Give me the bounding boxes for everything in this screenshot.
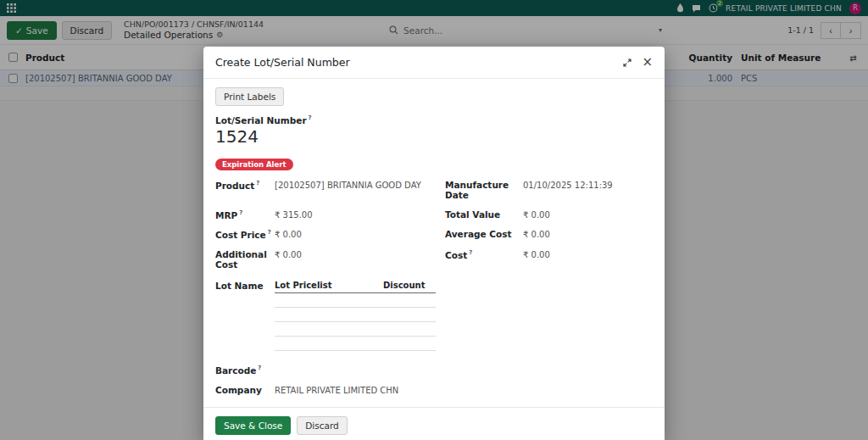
modal-header-icons: × — [623, 56, 653, 69]
pricelist-empty-row — [275, 322, 436, 337]
field-total-value-value: ₹ 0.00 — [523, 209, 550, 220]
pricelist-table-header: Lot Pricelist Discount — [275, 281, 436, 293]
create-lot-modal: Create Lot/Serial Number × Print Labels … — [203, 47, 665, 440]
lot-name-label: Lot Name — [215, 281, 275, 351]
field-barcode-label: Barcode? — [215, 365, 275, 376]
field-manufacture-date: Manufacture Date 01/10/2025 12:11:39 — [445, 180, 653, 200]
field-total-value-label: Total Value — [445, 209, 523, 220]
save-close-label: Save & Close — [224, 421, 282, 431]
modal-body: Print Labels Lot/Serial Number? 1524 Exp… — [203, 79, 665, 407]
pricelist-empty-row — [275, 308, 436, 322]
field-cost-price: Cost Price? ₹ 0.00 — [215, 229, 423, 240]
modal-discard-label: Discard — [305, 421, 338, 431]
field-barcode: Barcode? — [215, 365, 653, 376]
field-additional-cost-value[interactable]: ₹ 0.00 — [275, 249, 302, 259]
save-close-button[interactable]: Save & Close — [215, 416, 291, 435]
field-cost-label: Cost? — [445, 249, 523, 260]
expiration-alert-badge: Expiration Alert — [215, 159, 293, 170]
field-average-cost-value: ₹ 0.00 — [523, 229, 550, 239]
field-manufacture-date-value[interactable]: 01/10/2025 12:11:39 — [523, 180, 613, 190]
field-cost-price-value[interactable]: ₹ 0.00 — [275, 229, 302, 239]
field-additional-cost: Additional Cost ₹ 0.00 — [215, 249, 423, 270]
field-additional-cost-label: Additional Cost — [215, 249, 275, 270]
help-icon[interactable]: ? — [309, 114, 312, 121]
field-mrp-value[interactable]: ₹ 315.00 — [275, 209, 313, 220]
field-company: Company RETAIL PRIVATE LIMITED CHN — [215, 385, 653, 395]
discount-column-header: Discount — [383, 281, 436, 290]
help-icon[interactable]: ? — [239, 209, 242, 216]
modal-header: Create Lot/Serial Number × — [203, 47, 665, 79]
lot-pricelist-table: Lot Pricelist Discount — [275, 281, 436, 351]
field-total-value: Total Value ₹ 0.00 — [445, 209, 653, 220]
modal-discard-button[interactable]: Discard — [297, 416, 347, 435]
field-cost-value[interactable]: ₹ 0.00 — [523, 249, 550, 259]
field-mrp-label: MRP? — [215, 209, 275, 220]
print-labels-label: Print Labels — [224, 92, 275, 102]
pricelist-empty-row — [275, 337, 436, 351]
close-icon[interactable]: × — [642, 56, 653, 69]
field-manufacture-date-label: Manufacture Date — [445, 180, 523, 200]
pricelist-column-header: Lot Pricelist — [275, 281, 383, 290]
lot-name-row: Lot Name Lot Pricelist Discount — [215, 281, 653, 351]
help-icon[interactable]: ? — [469, 249, 472, 256]
help-icon[interactable]: ? — [258, 365, 261, 371]
field-company-label: Company — [215, 385, 275, 395]
field-product-value[interactable]: [20102507] BRITANNIA GOOD DAY — [275, 180, 421, 190]
lot-serial-block: Lot/Serial Number? 1524 — [215, 114, 653, 147]
field-product-label: Product? — [215, 180, 275, 191]
modal-title: Create Lot/Serial Number — [215, 56, 350, 69]
modal-fields: Product? [20102507] BRITANNIA GOOD DAY M… — [215, 170, 653, 270]
field-mrp: MRP? ₹ 315.00 — [215, 209, 423, 220]
help-icon[interactable]: ? — [256, 180, 259, 187]
field-company-value[interactable]: RETAIL PRIVATE LIMITED CHN — [275, 385, 398, 395]
field-product: Product? [20102507] BRITANNIA GOOD DAY — [215, 180, 423, 200]
print-labels-button[interactable]: Print Labels — [215, 87, 284, 106]
pricelist-empty-row — [275, 293, 436, 308]
field-cost: Cost? ₹ 0.00 — [445, 249, 653, 270]
lot-serial-label: Lot/Serial Number? — [215, 115, 312, 125]
expand-icon[interactable] — [623, 58, 632, 67]
field-cost-price-label: Cost Price? — [215, 229, 275, 240]
field-average-cost: Average Cost ₹ 0.00 — [445, 229, 653, 240]
help-icon[interactable]: ? — [268, 229, 271, 236]
lot-serial-value[interactable]: 1524 — [215, 126, 653, 147]
modal-footer: Save & Close Discard — [203, 407, 665, 440]
field-average-cost-label: Average Cost — [445, 229, 523, 239]
